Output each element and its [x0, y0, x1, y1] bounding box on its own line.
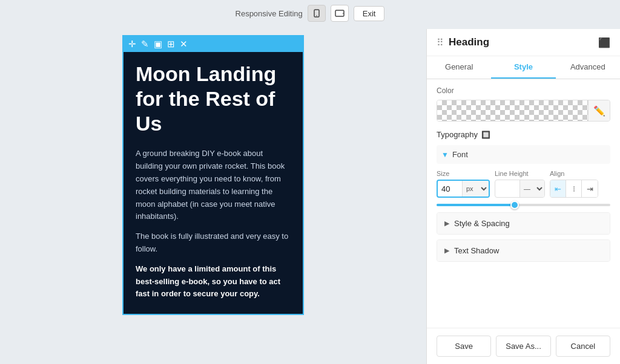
text-shadow-chevron-icon: ▶ [444, 247, 449, 255]
size-col: Size px em rem [437, 170, 490, 198]
widget-icon[interactable]: ▣ [154, 39, 162, 50]
align-right-button[interactable]: ⇥ [582, 180, 598, 197]
text-shadow-toggle[interactable]: ▶ Text Shadow [437, 240, 610, 261]
mobile-view-button[interactable] [308, 5, 326, 22]
align-label: Align [550, 170, 598, 177]
font-label: Font [452, 150, 468, 159]
line-height-col: Line Height — px em [495, 170, 545, 198]
text-shadow-label: Text Shadow [454, 246, 499, 255]
typography-info-icon: 🔲 [481, 131, 490, 139]
cancel-button[interactable]: Cancel [556, 336, 610, 357]
tab-advanced[interactable]: Advanced [556, 56, 620, 79]
style-spacing-toggle[interactable]: ▶ Style & Spacing [437, 213, 610, 234]
size-row: Size px em rem Line Height — px [437, 170, 610, 198]
slider-row [437, 204, 610, 206]
size-input[interactable] [438, 184, 462, 193]
body-text: A ground breaking DIY e-book about build… [124, 141, 303, 314]
size-label: Size [437, 170, 490, 177]
panel-minimize-icon[interactable]: ⬛ [598, 37, 610, 48]
align-left-button[interactable]: ⇤ [550, 180, 566, 197]
style-spacing-section: ▶ Style & Spacing [437, 212, 610, 235]
close-element-icon[interactable]: ✕ [180, 39, 188, 50]
color-section: Color ✏️ [437, 86, 610, 122]
line-height-label: Line Height [495, 170, 545, 177]
style-spacing-chevron-icon: ▶ [444, 219, 449, 227]
tab-style[interactable]: Style [491, 56, 555, 79]
panel-title: Heading [449, 36, 489, 48]
drag-icon: ⠿ [437, 37, 444, 48]
color-checker-pattern [437, 100, 588, 121]
top-bar: Responsive Editing Exit [0, 0, 620, 27]
element-toolbar: ✛ ✎ ▣ ⊞ ✕ [124, 36, 303, 52]
font-toggle[interactable]: ▼ Font [441, 148, 605, 161]
tab-general[interactable]: General [427, 56, 491, 79]
right-panel: ⠿ Heading ⬛ General Style Advanced Color… [426, 29, 620, 364]
body-paragraph-3: We only have a limited amount of this be… [136, 263, 291, 301]
eyedropper-button[interactable]: ✏️ [588, 100, 610, 122]
size-unit-select[interactable]: px em rem [462, 181, 489, 197]
panel-content: Color ✏️ Typography 🔲 ▼ Font Size [427, 79, 620, 328]
panel-tabs: General Style Advanced [427, 56, 620, 79]
body-paragraph-2: The book is fully illustrated and very e… [136, 230, 291, 256]
svg-point-3 [343, 13, 343, 13]
font-size-slider-track[interactable] [437, 204, 610, 206]
tablet-view-button[interactable] [331, 5, 349, 22]
body-paragraph-1: A ground breaking DIY e-book about build… [136, 148, 291, 223]
color-label: Color [437, 86, 610, 95]
heading-element[interactable]: Moon Landing for the Rest of Us [124, 52, 303, 141]
slider-thumb[interactable] [510, 201, 519, 209]
save-as-button[interactable]: Save As... [496, 336, 550, 357]
move-icon[interactable]: ✛ [128, 39, 136, 50]
line-height-input[interactable] [495, 184, 519, 193]
line-height-unit-select[interactable]: — px em [519, 180, 544, 197]
mobile-frame: ✛ ✎ ▣ ⊞ ✕ Moon Landing for the Rest of U… [122, 35, 304, 315]
panel-header: ⠿ Heading ⬛ [427, 29, 620, 56]
size-input-group: px em rem [437, 180, 490, 198]
font-chevron-icon: ▼ [441, 151, 449, 159]
save-button[interactable]: Save [437, 336, 491, 357]
color-picker-bar[interactable]: ✏️ [437, 100, 610, 122]
style-spacing-label: Style & Spacing [454, 219, 510, 228]
canvas-area: ✛ ✎ ▣ ⊞ ✕ Moon Landing for the Rest of U… [0, 29, 426, 364]
svg-point-1 [316, 15, 317, 16]
edit-icon[interactable]: ✎ [141, 39, 149, 50]
exit-button[interactable]: Exit [354, 6, 385, 21]
align-center-button[interactable]: ⁝ [566, 180, 582, 197]
text-shadow-section: ▶ Text Shadow [437, 239, 610, 262]
line-height-group: — px em [495, 180, 545, 198]
font-section: ▼ Font [437, 145, 610, 164]
align-col: Align ⇤ ⁝ ⇥ [550, 170, 598, 198]
align-group: ⇤ ⁝ ⇥ [550, 180, 598, 198]
columns-icon[interactable]: ⊞ [167, 39, 175, 50]
typography-label: Typography 🔲 [437, 130, 490, 139]
typography-row: Typography 🔲 [437, 130, 610, 139]
responsive-editing-label: Responsive Editing [236, 9, 303, 18]
slider-fill [437, 204, 515, 206]
panel-footer: Save Save As... Cancel [427, 328, 620, 364]
